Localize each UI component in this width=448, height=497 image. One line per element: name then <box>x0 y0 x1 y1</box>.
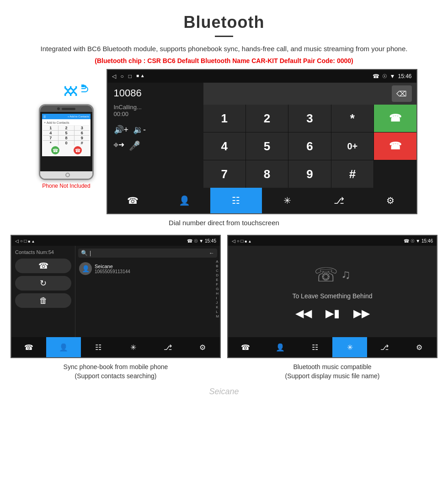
key-1[interactable]: 1 <box>203 105 245 132</box>
header-specs: (Bluetooth chip : CSR BC6 Default Blueto… <box>27 57 421 64</box>
volume-controls: 🔊+ 🔉- <box>114 125 197 135</box>
contact-avatar: 👤 <box>79 262 92 275</box>
contacts-screen: ◁ ○ □ ■ ▲ ☎ ☉ ▼ 15:45 Contacts Num:54 ☎ <box>11 235 221 358</box>
phone-screen: ☰ + Add to Contacts + Add to Contacts 1 … <box>40 112 92 171</box>
phone-action-row: ☎ ☎ <box>43 145 90 155</box>
phone-camera <box>57 107 60 110</box>
notification-icons: ■ ▲ <box>136 73 145 79</box>
contact-item[interactable]: 👤 Seicane 10655059113144 <box>78 260 217 277</box>
contact-details: Seicane 10655059113144 <box>95 264 130 274</box>
volume-up-btn[interactable]: 🔊+ <box>114 125 129 135</box>
main-status-bar: ◁ ○ □ ■ ▲ ☎ ☉ ▼ 15:46 <box>107 70 416 83</box>
contacts-nav-contacts[interactable]: 👤 <box>46 337 81 357</box>
music-home-icon: ○ <box>237 238 240 243</box>
music-caption-line1: Bluetooth music compatible <box>293 363 371 370</box>
call-button[interactable]: ☎ <box>374 105 416 132</box>
nav-contacts[interactable]: 👤 <box>159 188 210 213</box>
phone-status-strip: ☰ + Add to Contacts <box>42 114 91 119</box>
contacts-caption: Sync phone-book from mobile phone (Suppo… <box>11 363 221 381</box>
contacts-nav-transfer[interactable]: ⎇ <box>150 337 185 357</box>
call-status-icon: ☎ <box>373 73 379 79</box>
key-6[interactable]: 6 <box>288 132 331 160</box>
contacts-count-label: Contacts Num:54 <box>15 249 71 255</box>
main-bottom-nav: ☎ 👤 ☷ ✳ ⎇ ⚙ <box>107 188 416 213</box>
nav-transfer[interactable]: ⎇ <box>313 188 365 213</box>
contacts-nav-settings[interactable]: ⚙ <box>185 337 220 357</box>
music-nav-settings[interactable]: ⚙ <box>402 337 437 357</box>
music-nav-contacts[interactable]: 👤 <box>263 337 298 357</box>
key-3[interactable]: 3 <box>288 105 331 132</box>
nav-settings[interactable]: ⚙ <box>365 188 416 213</box>
sync-action-btn[interactable]: ↻ <box>15 276 71 291</box>
wifi-icon: ▼ <box>390 73 395 79</box>
backspace-button[interactable]: ⌫ <box>392 85 412 102</box>
end-call-button[interactable]: ☎ <box>374 132 416 160</box>
key-4[interactable]: 4 <box>203 132 245 160</box>
contacts-nav-keypad[interactable]: ☷ <box>81 337 116 357</box>
dialer-area: 10086 InCalling... 00:00 🔊+ 🔉- ⎆➜ 🎤 <box>107 83 416 188</box>
key-0plus[interactable]: 0+ <box>331 132 373 160</box>
dialer-right-panel: ⌫ 1 2 3 * ☎ 4 5 6 0+ <box>203 83 416 188</box>
home-icon: ○ <box>121 73 124 79</box>
phone-home-bar <box>40 171 94 179</box>
phone-call-btn[interactable]: ☎ <box>51 146 59 154</box>
input-row: ⌫ <box>203 83 416 105</box>
nav-keypad[interactable]: ☷ <box>210 188 262 213</box>
music-nav-keypad[interactable]: ☷ <box>298 337 332 357</box>
key-8[interactable]: 8 <box>246 160 288 188</box>
contacts-caption-line1: Sync phone-book from mobile phone <box>64 363 168 370</box>
nav-bluetooth[interactable]: ✳ <box>262 188 314 213</box>
delete-action-btn[interactable]: 🗑 <box>15 293 71 308</box>
key-hash[interactable]: # <box>331 160 373 188</box>
bottom-screens: ◁ ○ □ ■ ▲ ☎ ☉ ▼ 15:45 Contacts Num:54 ☎ <box>9 235 439 358</box>
music-caption-line2: (Support display music file name) <box>285 372 380 380</box>
mute-btn[interactable]: 🎤 <box>129 140 140 151</box>
main-caption: Dial number direct from touchscreen <box>169 219 279 227</box>
status-left-icons: ◁ ○ □ ■ ▲ <box>112 73 145 79</box>
music-status-right: ☎ ☉ ▼ 15:46 <box>404 238 433 243</box>
next-track-btn[interactable]: ▶▶ <box>353 307 370 320</box>
key-9[interactable]: 9 <box>288 160 331 188</box>
contact-name: Seicane <box>95 264 130 269</box>
watermark: Seicane <box>209 387 239 397</box>
alpha-index: A B C D E F G H I J K L M <box>216 259 219 318</box>
phone-end-btn[interactable]: ☎ <box>74 146 82 154</box>
dialer-left-panel: 10086 InCalling... 00:00 🔊+ 🔉- ⎆➜ 🎤 <box>107 83 203 188</box>
contacts-nav-bluetooth[interactable]: ✳ <box>116 337 150 357</box>
nav-phone[interactable]: ☎ <box>107 188 159 213</box>
key-5[interactable]: 5 <box>246 132 288 160</box>
search-icon: 🔍 <box>81 250 88 256</box>
action-buttons: ⎆➜ 🎤 <box>114 140 197 151</box>
transfer-btn[interactable]: ⎆➜ <box>114 140 124 151</box>
key-star[interactable]: * <box>331 105 373 132</box>
back-arrow-icon: ← <box>209 250 214 256</box>
location-icon: ☉ <box>382 73 387 79</box>
music-bottom-nav: ☎ 👤 ☷ ✳ ⎇ ⚙ <box>228 337 437 357</box>
contacts-nav-phone[interactable]: ☎ <box>11 337 46 357</box>
page-title: Bluetooth <box>27 13 421 32</box>
contacts-notif-icons: ■ ▲ <box>28 239 35 243</box>
music-main-area: ☏ ♫ To Leave Something Behind ◀◀ ▶▮ ▶▶ <box>228 246 437 337</box>
music-nav-phone[interactable]: ☎ <box>228 337 263 357</box>
phone-contacts-bar: + Add to Contacts <box>43 120 90 126</box>
phone-home-circle[interactable] <box>65 173 70 177</box>
music-status-left: ◁ ○ □ ■ ▲ <box>232 238 251 243</box>
key-2[interactable]: 2 <box>246 105 288 132</box>
key-7[interactable]: 7 <box>203 160 245 188</box>
music-icon-area: ☏ ♫ <box>314 264 351 286</box>
volume-down-btn[interactable]: 🔉- <box>133 125 146 135</box>
contacts-search-bar[interactable]: 🔍 | ← <box>78 248 217 258</box>
music-nav-bluetooth[interactable]: ✳ <box>332 337 367 357</box>
call-action-btn[interactable]: ☎ <box>15 259 71 273</box>
play-pause-btn[interactable]: ▶▮ <box>325 307 340 320</box>
music-time: 15:46 <box>421 238 433 243</box>
contacts-loc-icon: ☉ <box>194 238 198 243</box>
phone-dial-grid: 1 2 3 4 5 6 7 8 9 * 0 # <box>43 126 90 145</box>
music-status-bar: ◁ ○ □ ■ ▲ ☎ ☉ ▼ 15:46 <box>228 236 437 246</box>
contacts-main-area: Contacts Num:54 ☎ ↻ 🗑 🔍 | ← 👤 <box>11 246 220 337</box>
wave-3 <box>81 86 88 92</box>
music-controls: ◀◀ ▶▮ ▶▶ <box>295 307 370 320</box>
music-nav-transfer[interactable]: ⎇ <box>367 337 402 357</box>
contacts-list-area: 🔍 | ← 👤 Seicane 10655059113144 A <box>75 246 220 337</box>
prev-track-btn[interactable]: ◀◀ <box>295 307 312 320</box>
